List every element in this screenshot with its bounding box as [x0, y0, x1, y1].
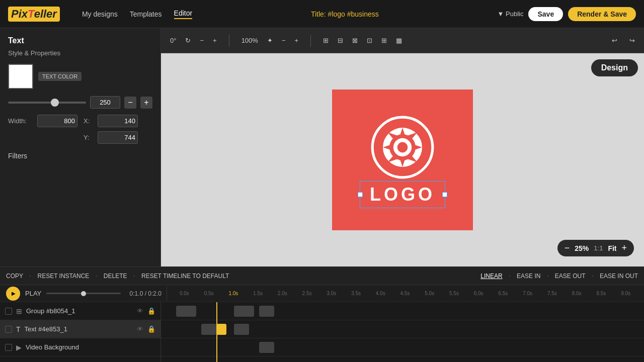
design-button[interactable]: Design — [591, 59, 638, 76]
ease-linear-btn[interactable]: LINEAR — [480, 273, 502, 280]
zoom-plus-toolbar[interactable]: + — [210, 35, 220, 46]
timeline-labels: ⊞ Group #b8054_1 👁 🔒 T Text #4e853_1 👁 🔒 — [0, 302, 161, 362]
canvas-wrapper[interactable]: LOGO Design − 25% 1:1 Fit + — [161, 53, 644, 266]
play-label: PLAY — [25, 290, 41, 297]
track-block-v1[interactable] — [259, 342, 274, 353]
ease-in-out-btn[interactable]: EASE IN OUT — [600, 273, 638, 280]
layer-group-row[interactable]: ⊞ Group #b8054_1 👁 🔒 — [0, 302, 160, 320]
group-checkbox[interactable] — [5, 308, 12, 315]
track-block-t3[interactable] — [234, 324, 249, 335]
time-progress-bar[interactable] — [46, 293, 120, 294]
zoom-plus-2[interactable]: + — [291, 35, 301, 46]
reset-instance-btn[interactable]: RESET INSTANCE — [37, 272, 89, 281]
save-button[interactable]: Save — [528, 7, 563, 21]
render-save-button[interactable]: Render & Save — [568, 7, 636, 21]
copy-btn[interactable]: COPY — [6, 272, 23, 281]
handle-ml[interactable] — [358, 192, 363, 197]
left-panel: Text Style & Properties TEXT COLOR 250 −… — [0, 28, 161, 266]
nav-editor[interactable]: Editor — [174, 9, 193, 19]
zoom-decrease[interactable]: − — [565, 243, 570, 253]
size-slider-row: 250 − + — [8, 96, 152, 109]
size-decrement-button[interactable]: − — [124, 97, 136, 109]
track-block-t2[interactable] — [216, 324, 226, 335]
timeline-track-area[interactable] — [161, 302, 644, 362]
timeline-body: ⊞ Group #b8054_1 👁 🔒 T Text #4e853_1 👁 🔒 — [0, 302, 644, 362]
group-visibility-icon[interactable]: 👁 — [137, 307, 143, 315]
mark-8: 4.0s — [368, 291, 393, 296]
align-bottom[interactable]: ▦ — [393, 35, 405, 46]
mark-15: 7.5s — [540, 291, 565, 296]
size-slider-track[interactable] — [8, 102, 86, 104]
layer-video-row[interactable]: ▶ Video Background — [0, 338, 160, 356]
rotate-button[interactable]: ↻ — [182, 35, 194, 46]
y-input[interactable]: 744 — [98, 131, 138, 144]
width-input[interactable]: 800 — [37, 115, 77, 127]
video-layer-name: Video Background — [26, 343, 155, 351]
public-button[interactable]: ▼ Public — [498, 10, 524, 18]
redo-button[interactable]: ↪ — [626, 35, 638, 46]
timeline-controls: COPY · RESET INSTANCE · DELETE · RESET T… — [0, 267, 644, 285]
zoom-fit-btn[interactable]: Fit — [608, 244, 616, 252]
x-label: X: — [84, 117, 94, 125]
color-swatch-row: TEXT COLOR — [8, 64, 152, 89]
sep1: · — [29, 272, 31, 281]
mark-13: 6.5s — [491, 291, 516, 296]
video-checkbox[interactable] — [5, 344, 12, 351]
align-right[interactable]: ⊠ — [349, 35, 361, 46]
size-increment-button[interactable]: + — [140, 97, 152, 109]
track-block-g2[interactable] — [234, 306, 254, 317]
ease-in-btn[interactable]: EASE IN — [517, 273, 540, 280]
align-group: ⊞ ⊟ ⊠ ⊡ ⊞ ▦ — [320, 35, 405, 46]
group-lock-icon[interactable]: 🔒 — [147, 307, 155, 315]
nav-my-designs[interactable]: My designs — [82, 10, 118, 18]
toolbar-sep-2 — [310, 35, 311, 47]
align-center-v[interactable]: ⊞ — [378, 35, 390, 46]
mark-4: 2.0s — [270, 291, 295, 296]
zoom-increase[interactable]: + — [621, 243, 627, 253]
align-top[interactable]: ⊡ — [364, 35, 375, 46]
toolbar-sep-1 — [229, 35, 229, 47]
reset-timeline-btn[interactable]: RESET TIMELINE TO DEFAULT — [141, 272, 229, 281]
ease-out-btn[interactable]: EASE OUT — [555, 273, 586, 280]
main-content: Text Style & Properties TEXT COLOR 250 −… — [0, 28, 644, 266]
text-color-swatch[interactable] — [8, 64, 33, 89]
align-center-h[interactable]: ⊟ — [335, 35, 346, 46]
filters-label: Filters — [8, 152, 152, 160]
mark-5: 2.5s — [295, 291, 319, 296]
delete-btn[interactable]: DELETE — [104, 272, 127, 281]
grid-toggle[interactable]: ✦ — [264, 35, 276, 46]
track-video-row — [161, 338, 644, 356]
play-button[interactable]: ▶ — [6, 287, 20, 301]
handle-mr[interactable] — [442, 192, 447, 197]
logo-text-container[interactable]: LOGO — [370, 184, 435, 205]
mark-10: 5.0s — [417, 291, 442, 296]
x-input[interactable]: 140 — [98, 115, 138, 127]
track-block-t1[interactable] — [201, 324, 216, 335]
size-input[interactable]: 250 — [90, 96, 120, 109]
layer-text-row[interactable]: T Text #4e853_1 👁 🔒 — [0, 320, 160, 338]
nav-templates[interactable]: Templates — [130, 10, 162, 18]
dimensions-group: Width: 800 X: 140 Y: 744 — [8, 115, 152, 144]
playhead[interactable] — [216, 302, 217, 362]
mark-18: 9.0s — [613, 291, 638, 296]
track-block-g3[interactable] — [259, 306, 274, 317]
align-left[interactable]: ⊞ — [320, 35, 332, 46]
text-checkbox[interactable] — [5, 326, 12, 333]
play-controls: ▶ PLAY 0:1.0 / 0:2.0 — [6, 287, 167, 301]
mark-3: 1.5s — [246, 291, 270, 296]
track-block-g1[interactable] — [176, 306, 196, 317]
text-section-title: Text — [8, 36, 152, 45]
ruler-marks-row: 0.0s 0.5s 1.0s 1.5s 2.0s 2.5s 3.0s 3.5s … — [172, 291, 638, 296]
zoom-minus-toolbar[interactable]: − — [197, 35, 207, 46]
zoom-minus-2[interactable]: − — [279, 35, 289, 46]
width-row: Width: 800 — [8, 115, 77, 127]
group-layer-name: Group #b8054_1 — [26, 307, 133, 315]
text-color-label[interactable]: TEXT COLOR — [38, 72, 82, 81]
sep2: · — [95, 272, 97, 281]
text-lock-icon[interactable]: 🔒 — [147, 325, 155, 333]
size-slider-thumb[interactable] — [51, 99, 59, 107]
design-canvas[interactable]: LOGO — [332, 89, 473, 230]
time-progress-thumb[interactable] — [81, 291, 86, 296]
undo-button[interactable]: ↩ — [609, 35, 620, 46]
text-visibility-icon[interactable]: 👁 — [137, 325, 143, 333]
